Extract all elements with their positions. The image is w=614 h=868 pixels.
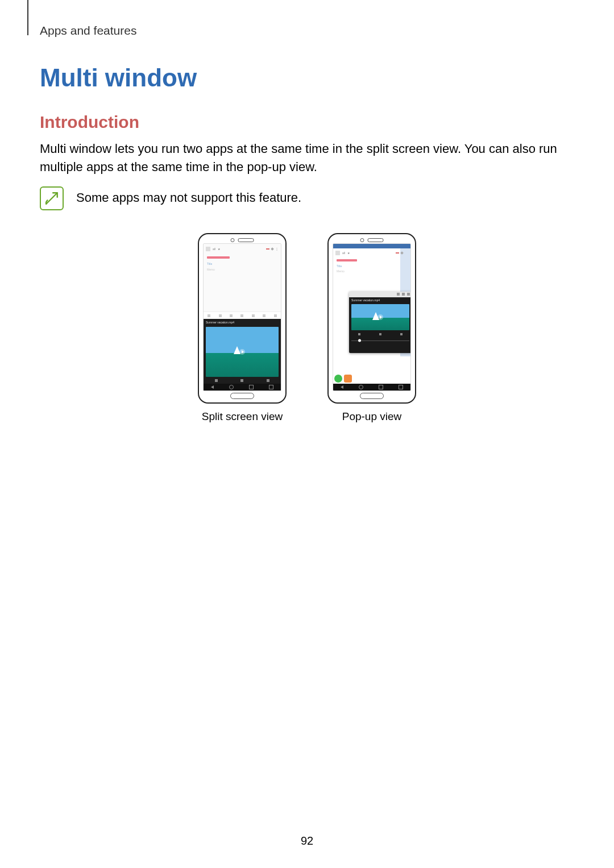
home-button xyxy=(230,393,254,399)
note-row: Some apps may not support this feature. xyxy=(40,186,574,210)
phone-screen: all★ ⋮ Title Memo Summer vacation.mp4 xyxy=(203,243,281,391)
home-button xyxy=(360,393,384,399)
split-bottom-app: Summer vacation.mp4 xyxy=(204,319,281,390)
phone-mockup: all★ ⋮ Title Memo Summer vacation.mp4 xyxy=(198,233,287,404)
phone-screen: all★ ⋮ Title Memo Summer va xyxy=(333,243,411,391)
note-icon xyxy=(40,186,64,210)
phone-app-icon xyxy=(334,375,342,383)
figure-split-screen: all★ ⋮ Title Memo Summer vacation.mp4 xyxy=(198,233,287,423)
background-app: all★ ⋮ Title Memo Summer va xyxy=(333,244,410,391)
page-number: 92 xyxy=(0,834,614,848)
note-text: Some apps may not support this feature. xyxy=(76,186,301,207)
figure-popup-view: all★ ⋮ Title Memo Summer va xyxy=(327,233,416,423)
minimize-icon xyxy=(397,293,400,296)
section-breadcrumb: Apps and features xyxy=(40,24,574,38)
android-navbar xyxy=(204,384,281,391)
split-top-app: all★ ⋮ Title Memo xyxy=(204,244,281,312)
seek-bar xyxy=(351,338,409,343)
manual-page: Apps and features Multi window Introduct… xyxy=(0,0,614,868)
phone-earpiece xyxy=(360,238,384,242)
intro-paragraph: Multi window lets you run two apps at th… xyxy=(40,140,574,176)
figure-caption: Split screen view xyxy=(202,410,283,423)
popup-window: Summer vacation.mp4 xyxy=(349,292,411,353)
popup-titlebar xyxy=(349,292,411,297)
page-tab-mark xyxy=(27,0,28,35)
figures-row: all★ ⋮ Title Memo Summer vacation.mp4 xyxy=(40,233,574,423)
close-icon xyxy=(407,293,410,296)
page-title: Multi window xyxy=(40,64,574,92)
maximize-icon xyxy=(402,293,405,296)
play-icon xyxy=(377,314,383,320)
phone-earpiece xyxy=(231,238,254,242)
video-thumbnail xyxy=(351,304,409,330)
split-toolbar xyxy=(204,312,281,319)
phone-mockup: all★ ⋮ Title Memo Summer va xyxy=(327,233,416,404)
section-subtitle: Introduction xyxy=(40,113,574,132)
android-navbar xyxy=(333,384,410,391)
contacts-app-icon xyxy=(344,375,352,383)
figure-caption: Pop-up view xyxy=(342,410,402,423)
dock-icons xyxy=(334,375,352,383)
video-thumbnail xyxy=(206,327,279,376)
play-icon xyxy=(239,349,245,355)
